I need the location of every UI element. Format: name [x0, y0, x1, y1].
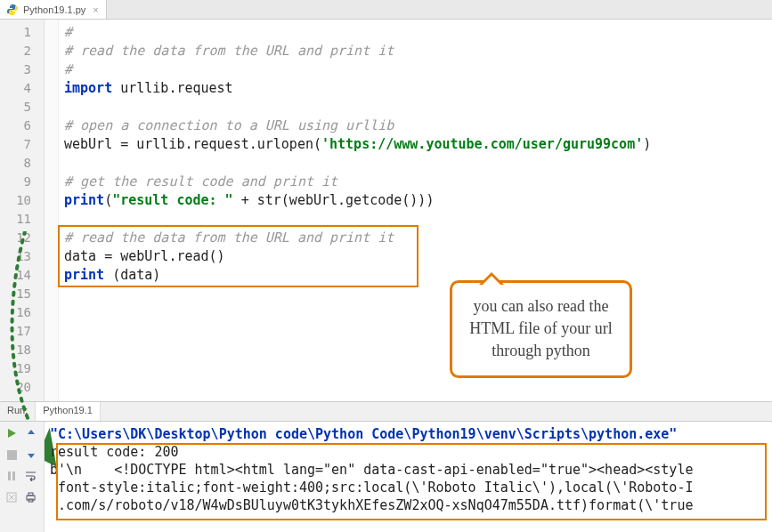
line-number: 7 — [0, 135, 44, 154]
line-number: 15 — [0, 285, 44, 303]
run-panel-tabbar: Run: Python19.1 — [0, 402, 772, 422]
line-number: 3 — [0, 60, 44, 79]
pause-button[interactable] — [4, 468, 20, 484]
run-panel: "C:\Users\DK\Desktop\Python code\Python … — [0, 422, 772, 532]
run-panel-label: Run: — [0, 402, 36, 421]
exit-button[interactable] — [4, 489, 20, 505]
editor-tabbar: Python19.1.py × — [0, 0, 772, 20]
line-number: 19 — [0, 359, 44, 378]
line-number: 4 — [0, 79, 44, 98]
annotation-callout-text: you can also read the HTML file of your … — [469, 297, 612, 359]
line-number: 9 — [0, 173, 44, 191]
svg-rect-7 — [28, 493, 33, 496]
rerun-button[interactable] — [4, 425, 20, 441]
line-number: 17 — [0, 322, 44, 341]
svg-rect-4 — [12, 472, 15, 480]
close-icon[interactable]: × — [93, 4, 98, 15]
python-file-icon — [7, 4, 20, 15]
editor-tab-label: Python19.1.py — [23, 4, 85, 15]
run-config-tab[interactable]: Python19.1 — [36, 402, 101, 421]
line-number: 20 — [0, 378, 44, 397]
line-number: 11 — [0, 210, 44, 229]
svg-point-1 — [13, 12, 14, 13]
run-toolbar — [0, 422, 45, 532]
annotation-callout: you can also read the HTML file of your … — [450, 280, 632, 378]
svg-rect-3 — [8, 472, 11, 480]
scroll-up-button[interactable] — [23, 425, 39, 441]
line-number: 16 — [0, 303, 44, 322]
svg-point-0 — [11, 4, 12, 5]
line-number: 5 — [0, 98, 44, 117]
line-number: 13 — [0, 247, 44, 266]
line-number: 1 — [0, 23, 44, 42]
print-button[interactable] — [23, 489, 39, 505]
stop-button[interactable] — [4, 447, 20, 463]
svg-rect-2 — [7, 450, 17, 460]
fold-gutter — [45, 20, 59, 401]
line-number: 12 — [0, 229, 44, 247]
console-output[interactable]: "C:\Users\DK\Desktop\Python code\Python … — [45, 422, 772, 532]
line-number: 6 — [0, 117, 44, 135]
line-number: 2 — [0, 42, 44, 60]
editor-area: 1234567891011121314151617181920 # # read… — [0, 20, 772, 402]
line-number: 14 — [0, 266, 44, 285]
line-number: 10 — [0, 191, 44, 210]
line-number: 18 — [0, 341, 44, 359]
editor-tab[interactable]: Python19.1.py × — [0, 0, 107, 19]
line-number-gutter: 1234567891011121314151617181920 — [0, 20, 45, 401]
line-number: 8 — [0, 154, 44, 173]
soft-wrap-button[interactable] — [23, 468, 39, 484]
code-editor[interactable]: # # read the data from the URL and print… — [59, 20, 772, 401]
scroll-down-button[interactable] — [23, 447, 39, 463]
